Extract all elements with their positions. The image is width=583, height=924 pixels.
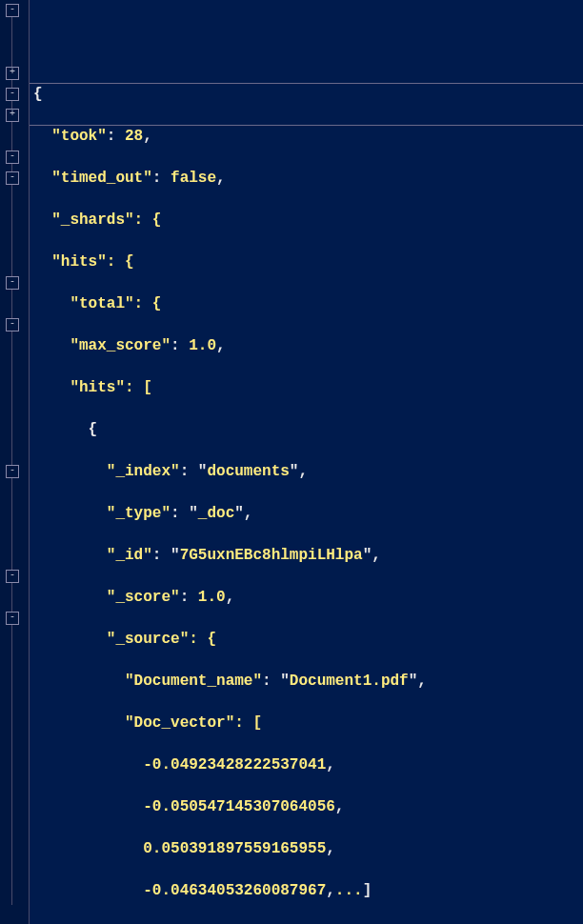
code-line: "_id": "7G5uxnEBc8hlmpiLHlpa",: [33, 545, 583, 566]
code-line: "timed_out": false,: [33, 168, 583, 189]
fold-toggle-icon[interactable]: -: [6, 88, 19, 101]
fold-toggle-icon[interactable]: -: [6, 4, 19, 17]
hit1-doc-name: Document1.pdf: [290, 673, 409, 690]
fold-toggle-icon[interactable]: -: [6, 318, 19, 331]
hit1-docvec-key: "Doc_vector": [: [125, 714, 262, 732]
code-line: "_shards": {: [33, 210, 583, 231]
json-editor: - + - + - - - - - - - { "took": 28, "tim…: [0, 0, 583, 924]
shards-key: "_shards": {: [51, 211, 161, 229]
total-key: "total": {: [70, 295, 161, 312]
timed-out-value: false: [171, 170, 216, 187]
hit1-index: documents: [207, 463, 289, 480]
hit1-vec2: 0.050391897559165955: [143, 840, 326, 857]
hit1-source-key: "_source": {: [107, 631, 216, 648]
hits-key: "hits": {: [51, 253, 133, 271]
took-value: 28: [125, 128, 143, 145]
code-area[interactable]: { "took": 28, "timed_out": false, "_shar…: [30, 0, 583, 924]
code-line: "hits": [: [33, 377, 583, 398]
code-line: "hits": {: [33, 251, 583, 272]
code-line: "_score": 1.0,: [33, 587, 583, 608]
code-line: "_index": "documents",: [33, 461, 583, 482]
max-score-value: 1.0: [189, 337, 216, 354]
code-line: -0.04634053260087967,...]: [33, 880, 583, 901]
fold-toggle-icon[interactable]: +: [6, 109, 19, 122]
code-line: "Document_name": "Document1.pdf",: [33, 671, 583, 692]
code-line: -0.04923428222537041,: [33, 754, 583, 775]
fold-toggle-icon[interactable]: -: [6, 276, 19, 290]
fold-toggle-icon[interactable]: -: [6, 171, 19, 185]
code-line: "took": 28,: [33, 126, 583, 147]
hit1-id: 7G5uxnEBc8hlmpiLHlpa: [180, 547, 363, 564]
fold-toggle-icon[interactable]: -: [6, 570, 19, 583]
code-line: 0.050391897559165955,: [33, 838, 583, 859]
hits-array-key: "hits": [: [70, 379, 151, 396]
code-line: {: [33, 419, 583, 440]
hit1-type: _doc: [198, 505, 234, 522]
fold-toggle-icon[interactable]: -: [6, 465, 19, 478]
hit1-score: 1.0: [198, 589, 226, 606]
fold-gutter: - + - + - - - - - - -: [0, 0, 30, 924]
fold-toggle-icon[interactable]: -: [6, 151, 19, 164]
fold-toggle-icon[interactable]: -: [6, 612, 19, 625]
hit1-vec3: -0.04634053260087967: [143, 882, 326, 899]
hit1-vec1: -0.050547145307064056: [143, 798, 335, 815]
code-line: "max_score": 1.0,: [33, 335, 583, 356]
hit1-vec0: -0.04923428222537041: [143, 756, 326, 773]
code-line: {: [33, 84, 583, 105]
code-line: "_type": "_doc",: [33, 503, 583, 524]
code-line: "total": {: [33, 293, 583, 314]
code-line: "Doc_vector": [: [33, 713, 583, 733]
code-line: -0.050547145307064056,: [33, 796, 583, 817]
code-line: "_source": {: [33, 629, 583, 650]
fold-toggle-icon[interactable]: +: [6, 67, 19, 80]
